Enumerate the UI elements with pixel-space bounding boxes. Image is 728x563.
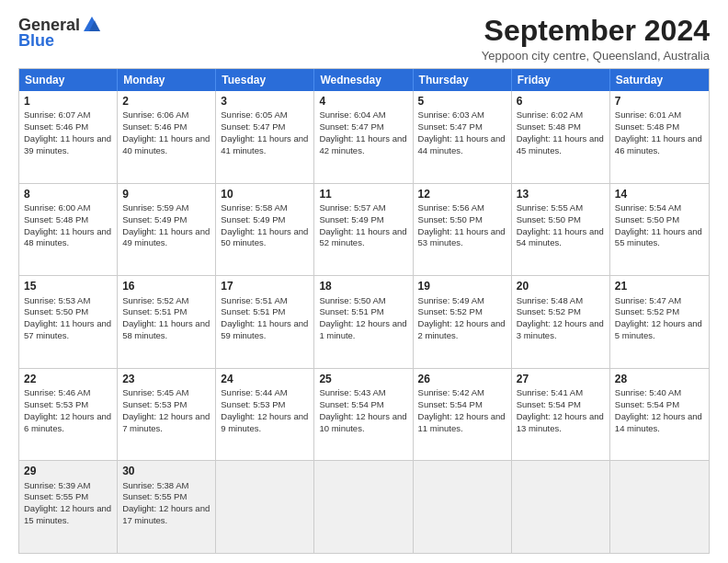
sunset: Sunset: 5:55 PM [24,491,88,501]
calendar-cell: 30 Sunrise: 5:38 AM Sunset: 5:55 PM Dayl… [118,461,216,553]
sunrise: Sunrise: 6:05 AM [221,109,287,120]
sunset: Sunset: 5:50 PM [517,214,581,224]
day-number: 20 [517,279,605,293]
daylight: Daylight: 12 hours and 3 minutes. [517,318,604,340]
sunset: Sunset: 5:48 PM [517,121,581,132]
daylight: Daylight: 12 hours and 6 minutes. [24,411,111,433]
day-number: 25 [319,372,407,386]
daylight: Daylight: 12 hours and 7 minutes. [122,411,210,433]
calendar-cell: 13 Sunrise: 5:55 AM Sunset: 5:50 PM Dayl… [512,184,610,276]
calendar-cell: 27 Sunrise: 5:41 AM Sunset: 5:54 PM Dayl… [512,369,610,461]
calendar-cell: 6 Sunrise: 6:02 AM Sunset: 5:48 PM Dayli… [512,91,610,183]
calendar-row: 29 Sunrise: 5:39 AM Sunset: 5:55 PM Dayl… [19,460,709,553]
sunset: Sunset: 5:53 PM [122,399,187,409]
sunrise: Sunrise: 5:47 AM [615,295,681,305]
daylight: Daylight: 12 hours and 1 minute. [319,318,406,340]
daylight: Daylight: 11 hours and 55 minutes. [615,226,702,248]
sunrise: Sunrise: 5:57 AM [319,202,385,213]
sunrise: Sunrise: 5:39 AM [24,480,90,490]
sunset: Sunset: 5:54 PM [418,399,483,409]
sunrise: Sunrise: 6:04 AM [319,109,385,120]
sunset: Sunset: 5:54 PM [319,399,383,409]
calendar-header: Sunday Monday Tuesday Wednesday Thursday… [19,69,709,91]
daylight: Daylight: 11 hours and 42 minutes. [319,133,406,155]
sunrise: Sunrise: 5:58 AM [221,202,287,213]
daylight: Daylight: 11 hours and 58 minutes. [122,318,210,340]
sunset: Sunset: 5:47 PM [221,121,285,132]
day-number: 12 [418,187,506,201]
calendar-cell: 16 Sunrise: 5:52 AM Sunset: 5:51 PM Dayl… [118,276,216,368]
sunset: Sunset: 5:47 PM [319,121,383,132]
sunrise: Sunrise: 5:48 AM [517,295,583,305]
day-number: 4 [319,94,407,109]
sunset: Sunset: 5:51 PM [319,306,383,316]
sunset: Sunset: 5:48 PM [615,121,679,132]
title-block: September 2024 Yeppoon city centre, Quee… [482,15,710,63]
sunset: Sunset: 5:52 PM [418,306,483,316]
calendar-cell: 4 Sunrise: 6:04 AM Sunset: 5:47 PM Dayli… [314,91,413,183]
sunrise: Sunrise: 5:43 AM [319,387,385,397]
sunrise: Sunrise: 6:01 AM [615,109,681,120]
subtitle: Yeppoon city centre, Queensland, Austral… [482,49,710,63]
sunrise: Sunrise: 6:07 AM [24,109,90,120]
header: General Blue September 2024 Yeppoon city… [18,15,710,63]
calendar-cell: 22 Sunrise: 5:46 AM Sunset: 5:53 PM Dayl… [19,369,118,461]
sunset: Sunset: 5:53 PM [24,399,88,409]
day-number: 1 [24,94,112,109]
sunset: Sunset: 5:52 PM [517,306,581,316]
sunset: Sunset: 5:54 PM [517,399,581,409]
daylight: Daylight: 12 hours and 9 minutes. [221,411,308,433]
calendar-cell [512,461,610,553]
daylight: Daylight: 11 hours and 48 minutes. [24,226,111,248]
daylight: Daylight: 11 hours and 41 minutes. [221,133,308,155]
day-number: 11 [319,187,407,201]
calendar-cell: 19 Sunrise: 5:49 AM Sunset: 5:52 PM Dayl… [414,276,512,368]
day-number: 18 [319,279,407,293]
day-number: 7 [615,94,704,109]
calendar: Sunday Monday Tuesday Wednesday Thursday… [18,68,710,554]
sunset: Sunset: 5:50 PM [615,214,679,224]
calendar-cell: 28 Sunrise: 5:40 AM Sunset: 5:54 PM Dayl… [610,369,709,461]
header-sunday: Sunday [19,69,118,91]
calendar-cell: 26 Sunrise: 5:42 AM Sunset: 5:54 PM Dayl… [414,369,512,461]
day-number: 24 [221,372,309,386]
calendar-row: 15 Sunrise: 5:53 AM Sunset: 5:50 PM Dayl… [19,275,709,368]
daylight: Daylight: 11 hours and 39 minutes. [24,133,111,155]
day-number: 8 [24,187,112,201]
sunrise: Sunrise: 5:41 AM [517,387,583,397]
sunrise: Sunrise: 5:54 AM [615,202,681,213]
logo: General Blue [18,15,102,51]
daylight: Daylight: 11 hours and 59 minutes. [221,318,308,340]
day-number: 19 [418,279,506,293]
day-number: 5 [418,94,506,109]
sunset: Sunset: 5:51 PM [221,306,285,316]
sunset: Sunset: 5:53 PM [221,399,285,409]
calendar-cell: 5 Sunrise: 6:03 AM Sunset: 5:47 PM Dayli… [414,91,512,183]
page: General Blue September 2024 Yeppoon city… [0,0,728,563]
day-number: 2 [122,94,210,109]
day-number: 23 [122,372,210,386]
daylight: Daylight: 11 hours and 45 minutes. [517,133,604,155]
calendar-cell: 1 Sunrise: 6:07 AM Sunset: 5:46 PM Dayli… [19,91,118,183]
sunrise: Sunrise: 5:38 AM [122,480,188,490]
calendar-cell: 20 Sunrise: 5:48 AM Sunset: 5:52 PM Dayl… [512,276,610,368]
sunrise: Sunrise: 6:02 AM [517,109,583,120]
day-number: 17 [221,279,309,293]
calendar-cell [610,461,709,553]
header-saturday: Saturday [610,69,709,91]
day-number: 16 [122,279,210,293]
daylight: Daylight: 12 hours and 14 minutes. [615,411,702,433]
logo-blue-text: Blue [18,31,54,51]
calendar-cell [414,461,512,553]
sunrise: Sunrise: 6:06 AM [122,109,188,120]
sunrise: Sunrise: 5:56 AM [418,202,484,213]
daylight: Daylight: 12 hours and 11 minutes. [418,411,506,433]
day-number: 30 [122,464,210,478]
sunset: Sunset: 5:54 PM [615,399,679,409]
sunrise: Sunrise: 5:40 AM [615,387,681,397]
sunrise: Sunrise: 5:52 AM [122,295,188,305]
sunrise: Sunrise: 5:59 AM [122,202,188,213]
day-number: 28 [615,372,704,386]
daylight: Daylight: 11 hours and 50 minutes. [221,226,308,248]
day-number: 21 [615,279,704,293]
